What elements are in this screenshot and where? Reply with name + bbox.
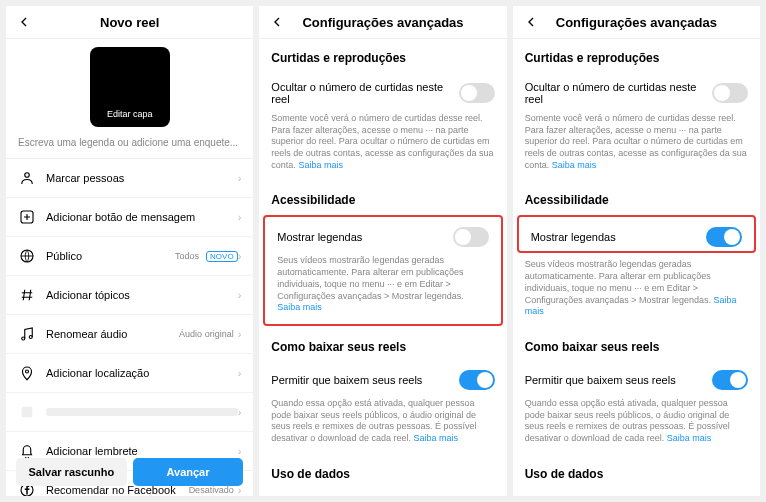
desc-download: Quando essa opção está ativada, qualquer… bbox=[259, 394, 506, 455]
page-title: Configurações avançadas bbox=[539, 15, 734, 30]
desc-hide-likes: Somente você verá o número de curtidas d… bbox=[259, 109, 506, 181]
learn-more-link[interactable]: Saiba mais bbox=[552, 160, 597, 170]
row-rename-audio[interactable]: Renomear áudioÁudio original› bbox=[6, 315, 253, 354]
svg-rect-6 bbox=[22, 407, 33, 418]
section-data: Uso de dados bbox=[513, 455, 760, 487]
row-hide-likes[interactable]: Ocultar o número de curtidas neste reel bbox=[259, 71, 506, 109]
header: Novo reel bbox=[6, 6, 253, 39]
svg-point-3 bbox=[22, 337, 25, 340]
svg-point-5 bbox=[26, 370, 29, 373]
back-icon[interactable] bbox=[16, 14, 32, 30]
hash-icon bbox=[18, 286, 36, 304]
row-captions[interactable]: Mostrar legendas bbox=[519, 217, 754, 251]
row-high-quality[interactable]: Carregar em alta qualidade bbox=[259, 487, 506, 496]
chevron-right-icon: › bbox=[238, 289, 242, 301]
row-message-button[interactable]: Adicionar botão de mensagem› bbox=[6, 198, 253, 237]
section-data: Uso de dados bbox=[259, 455, 506, 487]
header: Configurações avançadas bbox=[513, 6, 760, 39]
screen-advanced-on: Configurações avançadas Curtidas e repro… bbox=[513, 6, 760, 496]
footer-buttons: Salvar rascunho Avançar bbox=[6, 452, 253, 492]
page-title: Novo reel bbox=[32, 15, 227, 30]
desc-hide-likes: Somente você verá o número de curtidas d… bbox=[513, 109, 760, 181]
screen-advanced-off: Configurações avançadas Curtidas e repro… bbox=[259, 6, 506, 496]
row-allow-download[interactable]: Permitir que baixem seus reels bbox=[259, 360, 506, 394]
plus-icon bbox=[18, 208, 36, 226]
row-tag-people[interactable]: Marcar pessoas› bbox=[6, 159, 253, 198]
toggle-captions-off[interactable] bbox=[453, 227, 489, 247]
back-icon[interactable] bbox=[523, 14, 539, 30]
desc-download: Quando essa opção está ativada, qualquer… bbox=[513, 394, 760, 455]
highlight-captions: Mostrar legendas Seus vídeos mostrarão l… bbox=[263, 215, 502, 325]
music-icon bbox=[18, 325, 36, 343]
desc-captions: Seus vídeos mostrarão legendas geradas a… bbox=[265, 251, 500, 323]
svg-point-4 bbox=[29, 336, 32, 339]
chevron-right-icon: › bbox=[238, 367, 242, 379]
learn-more-link[interactable]: Saiba mais bbox=[667, 433, 712, 443]
row-blurred: › bbox=[6, 393, 253, 432]
toggle-allow-download[interactable] bbox=[712, 370, 748, 390]
chevron-right-icon: › bbox=[238, 406, 242, 418]
screen-new-reel: Novo reel Editar capa Escreva uma legend… bbox=[6, 6, 253, 496]
toggle-hide-likes[interactable] bbox=[459, 83, 495, 103]
chevron-right-icon: › bbox=[238, 211, 242, 223]
toggle-hide-likes[interactable] bbox=[712, 83, 748, 103]
toggle-allow-download[interactable] bbox=[459, 370, 495, 390]
chevron-right-icon: › bbox=[238, 250, 242, 262]
chevron-right-icon: › bbox=[238, 172, 242, 184]
row-topics[interactable]: Adicionar tópicos› bbox=[6, 276, 253, 315]
row-hide-likes[interactable]: Ocultar o número de curtidas neste reel bbox=[513, 71, 760, 109]
back-icon[interactable] bbox=[269, 14, 285, 30]
section-accessibility: Acessibilidade bbox=[513, 181, 760, 213]
page-title: Configurações avançadas bbox=[285, 15, 480, 30]
next-button[interactable]: Avançar bbox=[133, 458, 244, 486]
learn-more-link[interactable]: Saiba mais bbox=[413, 433, 458, 443]
new-badge: NOVO bbox=[206, 251, 238, 262]
row-audience[interactable]: PúblicoTodosNOVO› bbox=[6, 237, 253, 276]
pin-icon bbox=[18, 364, 36, 382]
header: Configurações avançadas bbox=[259, 6, 506, 39]
edit-cover-button[interactable]: Editar capa bbox=[99, 105, 161, 123]
row-location[interactable]: Adicionar localização› bbox=[6, 354, 253, 393]
caption-input[interactable]: Escreva uma legenda ou adicione uma enqu… bbox=[6, 127, 253, 159]
toggle-captions-on[interactable] bbox=[706, 227, 742, 247]
highlight-captions-on: Mostrar legendas bbox=[517, 215, 756, 253]
learn-more-link[interactable]: Saiba mais bbox=[277, 302, 322, 312]
row-allow-download[interactable]: Permitir que baixem seus reels bbox=[513, 360, 760, 394]
desc-captions: Seus vídeos mostrarão legendas geradas a… bbox=[513, 255, 760, 327]
section-download: Como baixar seus reels bbox=[259, 328, 506, 360]
section-likes: Curtidas e reproduções bbox=[513, 39, 760, 71]
section-likes: Curtidas e reproduções bbox=[259, 39, 506, 71]
person-icon bbox=[18, 169, 36, 187]
learn-more-link[interactable]: Saiba mais bbox=[298, 160, 343, 170]
section-download: Como baixar seus reels bbox=[513, 328, 760, 360]
cover-thumbnail[interactable]: Editar capa bbox=[90, 47, 170, 127]
save-draft-button[interactable]: Salvar rascunho bbox=[16, 458, 127, 486]
row-captions[interactable]: Mostrar legendas bbox=[265, 217, 500, 251]
chevron-right-icon: › bbox=[238, 328, 242, 340]
blank-icon bbox=[18, 403, 36, 421]
globe-icon bbox=[18, 247, 36, 265]
section-accessibility: Acessibilidade bbox=[259, 181, 506, 213]
row-high-quality[interactable]: Carregar em alta qualidade bbox=[513, 487, 760, 496]
svg-point-0 bbox=[25, 173, 30, 178]
